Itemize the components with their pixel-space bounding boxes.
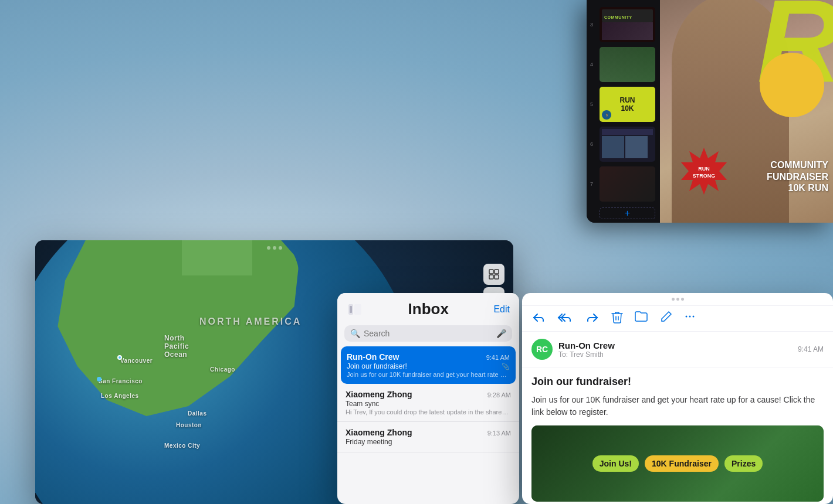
slide-6-thumb[interactable] [600,127,655,162]
mail-sender-1: Run-On Crew [347,352,399,362]
sender-avatar: RC [531,339,553,360]
avatar-initials: RC [536,345,548,354]
slide-5-container: 5 RUN10K 🏃 [600,87,655,122]
forward-button[interactable] [585,311,600,326]
svg-rect-0 [489,270,493,274]
svg-rect-2 [489,275,493,279]
maps-toolbar [267,246,282,250]
mail-time-2: 9:28 AM [487,391,511,399]
slide-6-container: 6 [600,127,655,162]
reply-all-button[interactable] [557,311,574,326]
mail-header: Inbox Edit [337,293,519,323]
mail-preview-1: Join us for our 10K fundraiser and get y… [347,371,510,378]
slide-3-number: 3 [590,22,593,28]
reply-button[interactable] [531,311,546,326]
microphone-icon[interactable]: 🎤 [496,329,506,338]
run-sticker-label: RUNSTRONG [693,166,716,179]
maps-toolbar-dot-3 [279,246,282,250]
houston-label: Houston [176,422,202,428]
mail-detail-header: RC Run-On Crew To: Trev Smith 9:41 AM [522,332,833,367]
sf-label: San Francisco [99,378,143,384]
slide-6-img [600,127,655,162]
mail-message-3[interactable]: Xiaomeng Zhong 9:13 AM Friday meeting [337,422,519,452]
svg-point-8 [686,316,688,318]
slide-6-number: 6 [590,141,593,147]
slide-4-number: 4 [590,62,593,67]
compose-button[interactable] [659,311,672,326]
fundraiser-badge[interactable]: 10K Fundraiser [645,455,719,472]
sidebar-toggle-button[interactable] [347,301,363,318]
trash-button[interactable] [611,311,623,326]
north-pacific-label: NorthPacificOcean [164,334,189,359]
svg-rect-7 [350,306,352,313]
toolbar-dot-1 [672,298,675,301]
slide-5-img: RUN10K 🏃 [600,87,655,122]
mail-subject-2: Team sync [346,400,511,408]
slide-7-thumb[interactable] [600,166,655,202]
community-text-line: COMMUNITYFUNDRAISER10K RUN [767,159,828,193]
add-slide-button[interactable]: + [600,207,655,219]
detail-to-field: To: Trev Smith [558,350,792,359]
folder-button[interactable] [635,311,648,326]
svg-rect-3 [495,275,499,279]
mail-search-bar[interactable]: 🔍 🎤 [344,325,512,342]
slide-5-icon-label: 🏃 [605,113,609,117]
mail-detail-panel: RC Run-On Crew To: Trev Smith 9:41 AM Jo… [522,293,833,504]
join-us-badge[interactable]: Join Us! [592,455,639,472]
slide-7-img [600,166,655,202]
mail-time-3: 9:13 AM [487,430,511,437]
slide-4-container: 4 [600,47,655,82]
mail-message-2[interactable]: Xiaomeng Zhong 9:28 AM Team sync Hi Trev… [337,384,519,422]
keynote-canvas: R COMMUNITYFUNDRAISER10K RUN RUNSTRONG [660,0,833,223]
search-input[interactable] [364,329,493,338]
attachment-icon: 📎 [502,363,510,370]
slide-7-number: 7 [590,181,593,187]
maps-toolbar-dot-1 [267,246,270,250]
run-sticker-container: RUNSTRONG [678,147,730,199]
vancouver-label: Vancouver [120,357,153,364]
slide-4-img [600,47,655,82]
svg-point-9 [689,316,691,318]
slide-4-overlay [600,47,655,82]
toolbar-dot-2 [676,298,679,301]
slide-4-thumb[interactable] [600,47,655,82]
slide-3-content [602,22,653,40]
keynote-sidebar: 3 COMMUNITY 4 5 [587,0,660,223]
more-button[interactable] [684,311,696,326]
prizes-badge[interactable]: Prizes [724,455,763,472]
slide-5-thumb[interactable]: RUN10K 🏃 [600,87,655,122]
mail-detail-toolbar [522,293,833,306]
yellow-circle [760,53,824,117]
slide-3-thumb[interactable]: COMMUNITY [600,7,655,42]
maps-toolbar-dot-2 [273,246,276,250]
svg-rect-6 [354,304,361,315]
north-america-label: NORTH AMERICA [199,316,302,327]
vancouver-dot [117,355,122,360]
community-fundraiser-text: COMMUNITYFUNDRAISER10K RUN [767,159,828,193]
mail-sender-2: Xiaomeng Zhong [346,390,412,399]
mail-detail-meta: Run-On Crew To: Trev Smith [558,340,792,359]
detail-subject: Join our fundraiser! [531,376,824,388]
keynote-panel: 3 COMMUNITY 4 5 [587,0,833,223]
mail-message-1[interactable]: Run-On Crew 9:41 AM Join our fundraiser!… [341,346,516,384]
slide-7-container: 7 [600,166,655,202]
mail-detail-content: Join our fundraiser! Join us for our 10K… [522,367,833,504]
la-label: Los Angeles [101,393,139,399]
slide-5-icon: 🏃 [602,110,611,120]
detail-sender-name: Run-On Crew [558,340,792,350]
mail-detail-actions [522,306,833,332]
mail-image-preview: Join Us! 10K Fundraiser Prizes [531,425,824,502]
chicago-label: Chicago [210,366,235,373]
svg-point-10 [693,316,695,318]
mail-panel: Inbox Edit 🔍 🎤 Run-On Crew 9:41 AM Join … [337,293,519,504]
sf-dot [97,377,101,382]
mexico-city-label: Mexico City [164,442,200,449]
map-view-button[interactable] [483,264,504,285]
slide-3-container: 3 COMMUNITY [600,7,655,42]
slide-3-label: COMMUNITY [604,15,632,19]
slide-5-number: 5 [590,101,593,107]
detail-body: Join us for our 10K fundraiser and get y… [531,394,824,418]
slide-6-header [602,129,653,135]
mail-subject-3: Friday meeting [346,438,511,446]
mail-edit-button[interactable]: Edit [493,304,510,315]
